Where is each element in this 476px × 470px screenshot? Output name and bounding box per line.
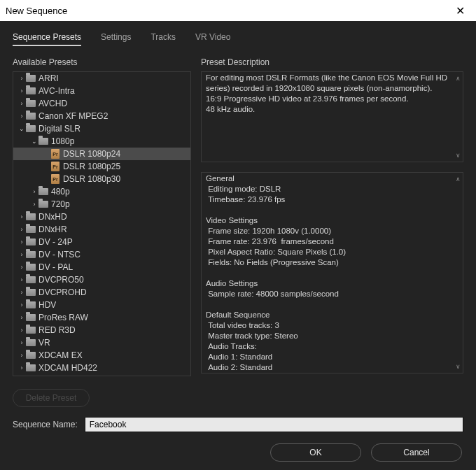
sequence-name-input[interactable] [85,417,463,432]
tree-item-label: DVCPRO50 [38,275,84,285]
delete-preset-button: Delete Preset [13,389,90,407]
tree-item-label: RED R3D [38,325,76,335]
folder-icon [26,251,36,258]
folder-icon [26,364,36,371]
tree-folder[interactable]: ›720p [13,198,190,211]
tree-item-label: HDV [38,300,56,310]
window-title: New Sequence [6,6,67,16]
tree-folder[interactable]: ⌄Digital SLR [13,122,190,135]
chevron-right-icon[interactable]: › [18,100,26,107]
scroll-up-icon[interactable]: ∧ [454,176,461,183]
tree-item-label: 480p [51,187,70,197]
folder-icon [26,113,36,120]
tab-sequence-presets[interactable]: Sequence Presets [13,32,81,46]
folder-icon [26,75,36,82]
folder-icon [26,327,36,334]
chevron-right-icon[interactable]: › [18,327,26,334]
tab-bar: Sequence Presets Settings Tracks VR Vide… [0,21,476,52]
tree-folder[interactable]: ›XDCAM EX [13,349,190,362]
tree-folder[interactable]: ›DV - 24P [13,236,190,248]
preset-icon [51,174,59,184]
tree-preset[interactable]: DSLR 1080p25 [13,160,190,173]
tree-folder[interactable]: ›HDV [13,299,190,311]
chevron-right-icon[interactable]: › [18,301,26,308]
folder-icon [26,314,36,321]
tree-item-label: DSLR 1080p25 [63,162,120,171]
tree-folder[interactable]: ›DVCPRO50 [13,273,190,286]
chevron-right-icon[interactable]: › [18,289,26,296]
scroll-up-icon[interactable]: ∧ [454,75,461,82]
sequence-name-row: Sequence Name: [0,407,476,432]
preset-icon [51,162,59,171]
tree-folder[interactable]: ›Canon XF MPEG2 [13,110,190,122]
tree-folder[interactable]: ›VR [13,336,190,349]
tree-folder[interactable]: ›DNxHD [13,211,190,223]
chevron-right-icon[interactable]: › [18,276,26,283]
content-area: Available Presets ›ARRI›AVC-Intra›AVCHD›… [0,52,476,407]
tree-item-label: DSLR 1080p24 [63,149,120,159]
chevron-down-icon[interactable]: ⌄ [18,125,26,132]
chevron-down-icon[interactable]: ⌄ [30,138,38,145]
chevron-right-icon[interactable]: › [18,213,26,220]
folder-icon [26,213,36,220]
right-column: Preset Description For editing most DSLR… [201,57,463,407]
chevron-right-icon[interactable]: › [18,264,26,271]
chevron-right-icon[interactable]: › [30,201,38,208]
tree-folder[interactable]: ›AVC-Intra [13,85,190,97]
tab-settings[interactable]: Settings [101,32,131,46]
folder-icon [26,125,36,132]
scroll-down-icon[interactable]: ∨ [454,152,461,159]
tree-item-label: ARRI [38,73,59,83]
new-sequence-dialog: New Sequence ✕ Sequence Presets Settings… [0,0,476,470]
chevron-right-icon[interactable]: › [18,113,26,120]
chevron-right-icon[interactable]: › [18,251,26,258]
tree-folder[interactable]: ›AVCHD [13,97,190,110]
tree-item-label: Digital SLR [38,124,80,134]
tree-folder[interactable]: ›DNxHR [13,223,190,236]
tab-tracks[interactable]: Tracks [150,32,176,46]
folder-icon [26,238,36,245]
tree-folder[interactable]: ›DV - NTSC [13,248,190,261]
tree-folder[interactable]: ›DVCPROHD [13,286,190,299]
tree-folder[interactable]: ›480p [13,185,190,198]
tree-item-label: DVCPROHD [38,287,87,297]
preset-description-label: Preset Description [201,57,463,67]
ok-button[interactable]: OK [270,443,361,462]
chevron-right-icon[interactable]: › [18,226,26,233]
folder-icon [26,339,36,346]
available-presets-label: Available Presets [13,57,191,67]
tree-item-label: DV - PAL [38,262,73,272]
cancel-button[interactable]: Cancel [371,443,462,462]
tab-vr-video[interactable]: VR Video [195,32,230,46]
button-row: OK Cancel [0,432,476,470]
chevron-right-icon[interactable]: › [18,352,26,359]
tree-folder[interactable]: ›ProRes RAW [13,311,190,324]
folder-icon [26,100,36,107]
tree-preset[interactable]: DSLR 1080p24 [13,148,190,160]
tree-folder[interactable]: ›DV - PAL [13,261,190,273]
tree-item-label: XDCAM EX [38,350,83,360]
folder-icon [38,201,48,208]
chevron-right-icon[interactable]: › [18,87,26,94]
chevron-right-icon[interactable]: › [30,188,38,195]
chevron-right-icon[interactable]: › [18,75,26,82]
tree-folder[interactable]: ›ARRI [13,72,190,85]
chevron-right-icon[interactable]: › [18,238,26,245]
chevron-right-icon[interactable]: › [18,314,26,321]
tree-preset[interactable]: DSLR 1080p30 [13,173,190,185]
titlebar: New Sequence ✕ [0,0,476,21]
tree-item-label: DV - NTSC [38,250,80,259]
chevron-right-icon[interactable]: › [18,364,26,371]
tree-folder[interactable]: ⌄1080p [13,135,190,148]
scroll-down-icon[interactable]: ∨ [454,363,461,370]
tree-item-label: AVC-Intra [38,86,75,96]
preset-tree[interactable]: ›ARRI›AVC-Intra›AVCHD›Canon XF MPEG2⌄Dig… [13,71,191,376]
tree-folder[interactable]: ›XDCAM HD422 [13,362,190,374]
folder-icon [26,276,36,283]
tree-folder[interactable]: ›RED R3D [13,324,190,336]
close-icon[interactable]: ✕ [451,4,469,17]
chevron-right-icon[interactable]: › [18,339,26,346]
details-text: General Editing mode: DSLR Timebase: 23.… [206,173,451,372]
tree-item-label: AVCHD [38,99,67,108]
tree-item-label: DSLR 1080p30 [63,174,120,184]
